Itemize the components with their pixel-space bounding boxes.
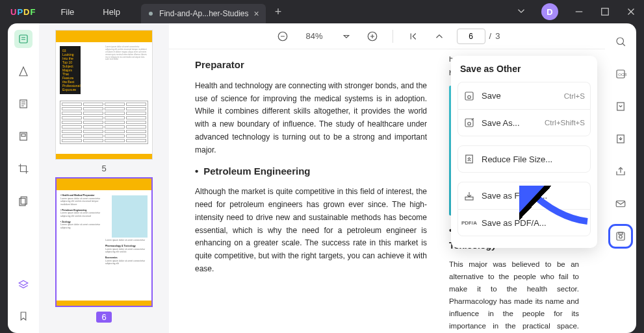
mail-icon[interactable] — [612, 195, 630, 213]
ocr-icon[interactable]: OCR — [612, 65, 630, 83]
menu-help[interactable]: Help — [88, 7, 135, 17]
prev-page-icon[interactable] — [431, 28, 448, 45]
tab-modified-dot — [149, 12, 153, 16]
zoom-in-icon[interactable] — [364, 28, 381, 45]
svg-line-22 — [623, 43, 625, 46]
heading-petroleum: Petroleum Engineering — [195, 164, 427, 180]
menu-save[interactable]: Save Ctrl+S — [457, 82, 591, 109]
thumbnail-page-5[interactable]: 03 Looking Into the Top 10 Subject Major… — [55, 30, 153, 160]
page-separator: / — [489, 31, 492, 41]
app-logo: UPDF — [0, 7, 46, 17]
share-icon[interactable] — [612, 162, 630, 180]
shortcut-save: Ctrl+S — [564, 92, 585, 100]
paragraph-preparator: Health and technology are connecting wit… — [195, 80, 427, 157]
thumbnail-number-6: 6 — [96, 312, 111, 323]
export-icon[interactable] — [612, 130, 630, 148]
paragraph-pharmacology: This major was believed to be an alterna… — [449, 258, 579, 333]
svg-point-35 — [468, 122, 471, 125]
zoom-level-label: 84% — [300, 31, 329, 41]
tool-crop-icon[interactable] — [14, 160, 32, 178]
pdfa-icon: PDF/A — [463, 217, 475, 228]
flatten-icon — [463, 190, 475, 202]
tool-comment-icon[interactable] — [14, 62, 32, 80]
new-tab-button[interactable]: + — [266, 5, 291, 19]
reduce-size-icon — [463, 153, 475, 165]
zoom-dropdown-icon[interactable] — [338, 28, 355, 45]
save-as-icon — [463, 117, 475, 129]
svg-rect-29 — [617, 232, 625, 240]
svg-rect-31 — [619, 232, 623, 234]
thumbnail-panel: 03 Looking Into the Top 10 Subject Major… — [39, 23, 169, 333]
svg-text:OCR: OCR — [618, 73, 626, 77]
paragraph-petroleum: Although the market is quite competitive… — [195, 186, 427, 276]
document-tab[interactable]: Find-and-Ap...her-Studies × — [141, 4, 266, 23]
first-page-icon[interactable] — [405, 28, 422, 45]
tool-organize-icon[interactable] — [14, 127, 32, 145]
menu-save-as-pdfa[interactable]: PDF/A Save as PDF/A... — [457, 209, 591, 236]
menu-reduce-file-size[interactable]: Reduce File Size... — [457, 145, 591, 173]
close-tab-icon[interactable]: × — [254, 8, 259, 19]
heading-preparator: Preparator — [195, 57, 427, 73]
svg-point-21 — [617, 38, 624, 45]
panel-title: Save as Other — [451, 56, 597, 79]
window-close-icon[interactable] — [618, 0, 644, 23]
save-as-other-panel: Save as Other Save Ctrl+S Save As... Ctr… — [451, 56, 597, 248]
thumbnail-number-5: 5 — [101, 164, 106, 173]
svg-point-33 — [468, 95, 471, 99]
tool-layers-icon[interactable] — [14, 276, 32, 294]
save-icon — [463, 90, 475, 102]
svg-rect-12 — [21, 134, 25, 136]
user-avatar[interactable]: D — [541, 3, 558, 20]
menu-file[interactable]: File — [46, 7, 88, 17]
svg-rect-28 — [616, 201, 625, 207]
shortcut-save-as: Ctrl+Shift+S — [545, 119, 585, 127]
page-number-input[interactable] — [457, 29, 485, 44]
tab-overflow-chevron-icon[interactable] — [509, 5, 534, 19]
tab-label: Find-and-Ap...her-Studies — [159, 9, 248, 18]
tool-pages-icon[interactable] — [14, 192, 32, 210]
tool-bookmark-icon[interactable] — [14, 307, 32, 325]
tool-edit-icon[interactable] — [14, 95, 32, 113]
svg-rect-1 — [602, 8, 609, 16]
save-other-icon[interactable] — [612, 227, 630, 245]
convert-icon[interactable] — [612, 97, 630, 116]
menu-save-as-flatten[interactable]: Save as Flatten... — [457, 182, 591, 209]
menu-save-as[interactable]: Save As... Ctrl+Shift+S — [457, 109, 591, 136]
svg-point-30 — [619, 236, 623, 239]
tool-reader-icon[interactable] — [14, 30, 32, 48]
search-icon[interactable] — [612, 32, 630, 51]
svg-rect-4 — [19, 35, 27, 43]
window-maximize-icon[interactable] — [592, 0, 618, 23]
window-minimize-icon[interactable] — [566, 0, 592, 23]
thumbnail-page-6[interactable]: • Health and Medical PreparatorLorem ips… — [55, 177, 153, 307]
page-total-label: 3 — [495, 31, 500, 41]
zoom-out-icon[interactable] — [274, 28, 291, 45]
